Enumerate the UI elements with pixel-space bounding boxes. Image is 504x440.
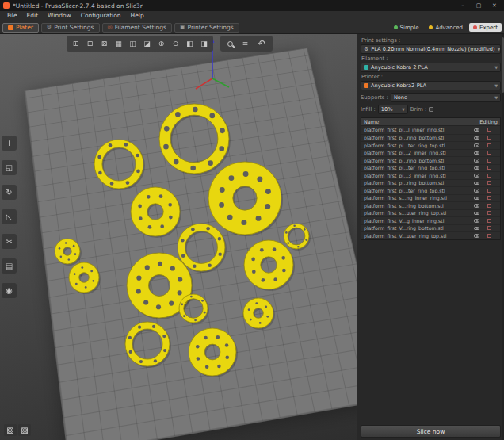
plate-icon [8,25,13,30]
brim-checkbox[interactable] [429,107,433,112]
printer-combo[interactable]: Anycubic Kobra2-PLA ▼ [361,81,501,90]
editing-checkbox[interactable] [487,219,491,223]
arrange-icon[interactable]: ▦ [112,37,125,51]
editing-checkbox[interactable] [487,234,491,238]
editing-checkbox[interactable] [487,128,491,132]
table-row[interactable]: platform_first_p...ring_bottom.stl [361,134,500,142]
eye-icon[interactable] [474,189,479,193]
paint-supports-tool-icon[interactable]: ▤ [2,258,17,274]
search-icon[interactable] [223,37,237,51]
seam-tool-icon[interactable]: ◉ [2,283,17,298]
split-to-objects-icon[interactable]: ◧ [183,37,197,51]
print-settings-combo[interactable]: ⚙ PLA 0.20mm Normal(0.4mm Nozzle) (modif… [361,44,501,54]
menu-edit[interactable]: Edit [22,11,44,21]
table-row[interactable]: platform_first_V...uter_ring_top.stl [361,231,500,239]
supports-combo[interactable]: None ▼ [391,93,501,102]
editing-checkbox[interactable] [487,166,491,170]
split-to-parts-icon[interactable]: ◨ [197,37,211,51]
paste-icon[interactable]: ◪ [140,37,154,51]
supports-label: Supports : [361,94,388,101]
add-object-icon[interactable]: ⊞ [69,37,82,51]
tab-filament-settings[interactable]: ◎Filament Settings [102,23,172,33]
eye-icon[interactable] [474,197,479,201]
scale-tool-icon[interactable]: ◱ [2,160,17,175]
plater-toolbar: ⊞⊟⊠▦◫◪⊕⊖◧◨ [67,36,213,52]
tab-print-settings[interactable]: ⚙Print Settings [41,23,100,33]
table-row[interactable]: platform_first_p...ring_bottom.stl [361,179,500,187]
eye-icon[interactable] [474,182,479,186]
delete-all-icon[interactable]: ⊠ [97,37,111,51]
eye-icon[interactable] [474,136,479,140]
eye-icon[interactable] [474,151,479,155]
add-instance-icon[interactable]: ⊕ [155,37,168,51]
filament-combo[interactable]: Anycubic Kobra 2 PLA ▼ [361,63,501,72]
cut-tool-icon[interactable]: ✂ [2,234,17,249]
object-filename: platform_first_p...ring_bottom.stl [364,135,472,140]
editing-checkbox[interactable] [487,181,491,185]
mode-expert[interactable]: Expert [469,23,502,32]
table-row[interactable]: platform_first_pl...3_inner_ring.stl [361,171,500,179]
table-row[interactable]: platform_first_s...uter_ring_top.stl [361,209,500,217]
menu-window[interactable]: Window [43,11,76,21]
mode-advanced[interactable]: Advanced [425,23,467,32]
table-row[interactable]: platform_first_pl...ter_ring_top.stl [361,164,500,172]
editing-checkbox[interactable] [487,196,491,200]
table-row[interactable]: platform_first_pl...2_inner_ring.stl [361,149,500,157]
maximize-button[interactable]: ▢ [472,1,485,11]
infill-combo[interactable]: 10% ▼ [378,105,408,114]
editing-checkbox[interactable] [487,211,491,215]
menu-file[interactable]: File [2,11,22,21]
eye-icon[interactable] [474,159,479,163]
editing-checkbox[interactable] [487,226,491,230]
table-row[interactable]: platform_first_pl...l_inner_ring.stl [361,126,500,134]
menu-configuration[interactable]: Configuration [76,11,126,21]
object-filename: platform_first_pl...ter_ring_top.stl [364,165,472,170]
mode-label: Simple [400,25,419,31]
editing-checkbox[interactable] [487,136,491,140]
table-row[interactable]: platform_first_p...ring_bottom.stl [361,156,500,164]
eye-icon[interactable] [474,143,479,147]
editing-checkbox[interactable] [487,174,491,178]
editing-checkbox[interactable] [487,189,491,193]
menu-help[interactable]: Help [126,11,149,21]
mode-simple[interactable]: Simple [390,23,423,32]
rotate-tool-icon[interactable]: ↻ [2,185,17,200]
right-sidebar: Print settings : ⚙ PLA 0.20mm Normal(0.4… [357,34,504,440]
minimize-button[interactable]: – [456,1,469,11]
place-on-face-tool-icon[interactable]: ◺ [2,209,17,224]
table-row[interactable]: platform_first_V...g_inner_ring.stl [361,216,500,224]
tab-printer-settings[interactable]: ▣Printer Settings [174,23,239,33]
preview-view-icon[interactable]: ▨ [18,424,31,436]
variable-layer-height-icon[interactable]: ≡ [239,37,252,51]
view-toolbar: ≡↶ [220,36,273,52]
object-filename: platform_first_pl...2_inner_ring.stl [364,150,472,155]
close-button[interactable]: ✕ [488,1,501,11]
table-row[interactable]: platform_first_s...ng_inner_ring.stl [361,194,500,202]
eye-icon[interactable] [474,174,479,178]
eye-icon[interactable] [474,128,479,132]
table-row[interactable]: platform_first_pl...ter_ring_top.stl [361,141,500,149]
slice-now-button[interactable]: Slice now [361,425,501,438]
copy-icon[interactable]: ◫ [126,37,139,51]
table-row[interactable]: platform_first_pl...ter_ring_top.stl [361,186,500,194]
table-row[interactable]: platform_first_V...ring_bottom.stl [361,224,500,232]
editor-view-icon[interactable]: ▧ [4,424,17,436]
eye-icon[interactable] [474,234,479,238]
move-tool-icon[interactable]: + [2,136,17,151]
tab-plater[interactable]: Plater [2,23,39,33]
remove-instance-icon[interactable]: ⊖ [169,37,182,51]
eye-icon[interactable] [474,166,479,170]
object-filename: platform_first_s...ng_inner_ring.stl [364,195,472,201]
eye-icon[interactable] [474,204,479,208]
eye-icon[interactable] [474,227,479,231]
table-row[interactable]: platform_first_s...ring_bottom.stl [361,201,500,209]
editing-checkbox[interactable] [487,204,491,208]
delete-object-icon[interactable]: ⊟ [83,37,97,51]
eye-icon[interactable] [474,212,479,216]
editing-checkbox[interactable] [487,151,491,155]
editing-checkbox[interactable] [487,143,491,147]
eye-icon[interactable] [474,219,479,223]
editing-checkbox[interactable] [487,159,491,163]
viewport-3d[interactable]: ⊞⊟⊠▦◫◪⊕⊖◧◨ ≡↶ +◱↻◺✂▤◉ ▧▨ [0,34,357,440]
undo-icon[interactable]: ↶ [254,37,269,51]
